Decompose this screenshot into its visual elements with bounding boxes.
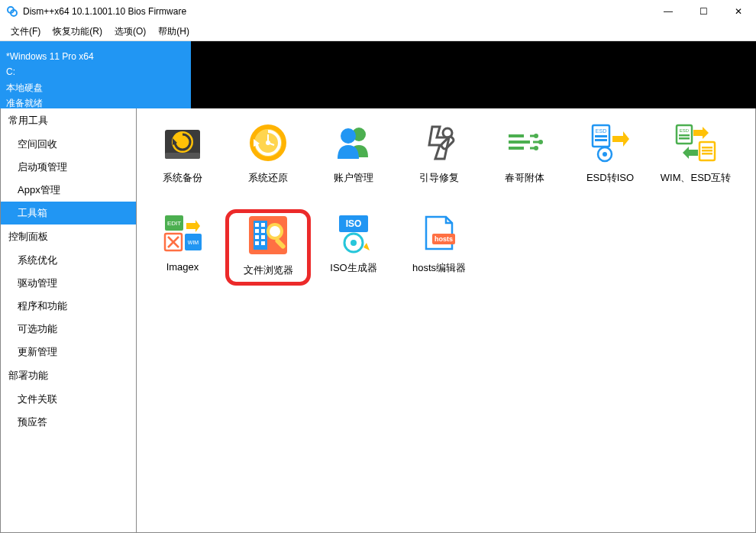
sidebar-item[interactable]: 程序和功能 (1, 295, 136, 318)
svg-text:hosts: hosts (435, 235, 453, 243)
menubar: 文件(F) 恢复功能(R) 选项(O) 帮助(H) (0, 23, 756, 41)
sidebar-item[interactable]: 更新管理 (1, 341, 136, 363)
svg-text:ESD: ESD (596, 128, 606, 134)
tool-label: hosts编辑器 (412, 261, 466, 275)
menu-options[interactable]: 选项(O) (108, 23, 152, 40)
svg-rect-55 (261, 241, 265, 245)
sidebar-item[interactable]: 驱动管理 (1, 272, 136, 295)
esd2iso-icon: ESD (590, 122, 631, 163)
tool-label: 系统备份 (163, 171, 202, 185)
svg-rect-28 (595, 139, 607, 141)
menu-file[interactable]: 文件(F) (5, 23, 47, 40)
svg-rect-38 (702, 153, 712, 155)
svg-rect-16 (509, 134, 524, 137)
tool-label: ESD转ISO (586, 171, 634, 185)
os-label: *Windows 11 Pro x64 (6, 49, 185, 64)
close-button[interactable]: ✕ (721, 0, 756, 23)
tool-label: 引导修复 (419, 171, 459, 185)
sidebar-item[interactable]: 预应答 (1, 411, 136, 434)
svg-rect-54 (255, 241, 259, 245)
info-dark-area (191, 41, 756, 108)
svg-rect-48 (255, 223, 259, 227)
tool-imagex[interactable]: EDITWIMImagex (140, 209, 225, 286)
restore-icon (247, 122, 289, 163)
svg-rect-33 (679, 134, 690, 137)
main-area: 常用工具空间回收启动项管理Appx管理工具箱控制面板系统优化驱动管理程序和功能可… (0, 108, 756, 533)
svg-rect-27 (595, 135, 607, 137)
filebrowser-icon (247, 215, 289, 256)
god-icon (504, 122, 545, 163)
tool-label: 春哥附体 (505, 171, 544, 185)
svg-rect-50 (255, 229, 259, 233)
content-area: 系统备份系统还原账户管理引导修复春哥附体ESDESD转ISOESDWIM、ESD… (137, 108, 755, 532)
tool-isogen[interactable]: ISOISO生成器 (311, 209, 396, 286)
titlebar: Dism++x64 10.1.1001.10 Bios Firmware — ☐… (0, 0, 756, 23)
svg-text:WIM: WIM (188, 240, 199, 245)
tool-label: 账户管理 (334, 171, 373, 185)
imagex-icon: EDITWIM (162, 212, 203, 254)
sidebar-item[interactable]: 工具箱 (1, 202, 136, 225)
sidebar-section-header: 部署功能 (1, 363, 136, 388)
isogen-icon: ISO (333, 212, 374, 254)
svg-rect-17 (509, 141, 530, 144)
tool-label: 文件浏览器 (244, 263, 293, 277)
svg-rect-34 (679, 137, 690, 140)
tool-backup[interactable]: 系统备份 (140, 119, 225, 195)
svg-point-62 (351, 240, 357, 246)
tool-label: Imagex (166, 261, 199, 273)
sidebar-section-header: 控制面板 (1, 225, 136, 249)
tool-bootfix[interactable]: 引导修复 (396, 119, 482, 195)
minimize-button[interactable]: — (651, 0, 686, 23)
hosts-icon: hosts (418, 212, 460, 254)
tool-restore[interactable]: 系统还原 (225, 119, 311, 195)
svg-text:EDIT: EDIT (167, 220, 181, 227)
svg-rect-49 (261, 223, 265, 227)
sidebar-item[interactable]: 空间回收 (1, 133, 136, 156)
sidebar-item[interactable]: 启动项管理 (1, 156, 136, 179)
menu-help[interactable]: 帮助(H) (152, 23, 195, 40)
svg-point-57 (270, 226, 280, 237)
tool-label: ISO生成器 (330, 261, 376, 275)
tool-label: WIM、ESD互转 (661, 171, 731, 185)
wimesd-icon: ESD (675, 122, 716, 163)
tool-hosts[interactable]: hostshosts编辑器 (396, 209, 482, 286)
backup-icon (162, 122, 203, 163)
svg-rect-51 (261, 229, 265, 233)
svg-rect-36 (702, 147, 712, 149)
svg-point-30 (603, 152, 607, 157)
tool-label: 系统还原 (248, 171, 288, 185)
sidebar-item[interactable]: 可选功能 (1, 318, 136, 341)
window-controls: — ☐ ✕ (651, 0, 756, 23)
tool-grid: 系统备份系统还原账户管理引导修复春哥附体ESDESD转ISOESDWIM、ESD… (140, 119, 752, 299)
app-icon (6, 5, 18, 18)
tool-accounts[interactable]: 账户管理 (311, 119, 396, 195)
tool-god[interactable]: 春哥附体 (482, 119, 567, 195)
sidebar-item[interactable]: 文件关联 (1, 388, 136, 411)
sidebar-section-header: 常用工具 (1, 108, 136, 133)
tool-filebrowser[interactable]: 文件浏览器 (225, 209, 311, 286)
info-banner: *Windows 11 Pro x64 C: 本地硬盘 准备就绪 (0, 41, 756, 108)
disk-label: 本地硬盘 (6, 80, 185, 95)
svg-rect-37 (702, 150, 712, 152)
tool-esd2iso[interactable]: ESDESD转ISO (567, 119, 653, 195)
svg-rect-3 (165, 153, 200, 159)
svg-marker-63 (363, 243, 370, 250)
info-panel: *Windows 11 Pro x64 C: 本地硬盘 准备就绪 (0, 41, 191, 108)
svg-point-13 (341, 128, 356, 144)
svg-text:ISO: ISO (346, 218, 362, 229)
sidebar: 常用工具空间回收启动项管理Appx管理工具箱控制面板系统优化驱动管理程序和功能可… (1, 108, 137, 532)
bootfix-icon (418, 122, 460, 163)
svg-text:ESD: ESD (680, 128, 690, 133)
svg-rect-52 (255, 235, 259, 239)
drive-label: C: (6, 64, 185, 79)
svg-rect-53 (261, 235, 265, 239)
tool-wimesd[interactable]: ESDWIM、ESD互转 (653, 119, 738, 195)
accounts-icon (333, 122, 374, 163)
window-title: Dism++x64 10.1.1001.10 Bios Firmware (23, 6, 651, 17)
maximize-button[interactable]: ☐ (686, 0, 721, 23)
sidebar-item[interactable]: 系统优化 (1, 249, 136, 272)
sidebar-item[interactable]: Appx管理 (1, 179, 136, 202)
menu-recovery[interactable]: 恢复功能(R) (47, 23, 108, 40)
svg-rect-18 (509, 147, 524, 150)
